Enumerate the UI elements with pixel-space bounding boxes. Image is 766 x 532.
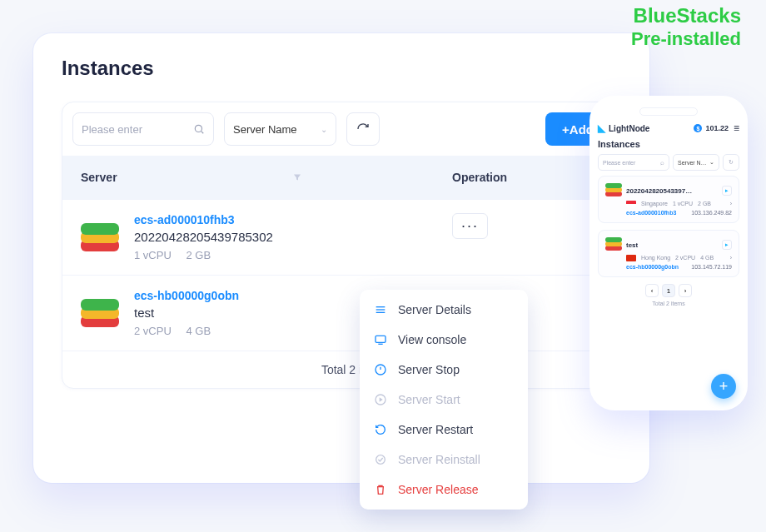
phone-notch (639, 107, 698, 116)
menu-item-label: View console (398, 333, 466, 346)
phone-card-ip: 103.145.72.119 (691, 264, 732, 270)
phone-search-input[interactable]: Please enter ⌕ (598, 154, 669, 171)
dollar-icon: $ (694, 124, 702, 132)
phone-instance-card[interactable]: test ▸ Hong Kong 2 vCPU 4 GB › ecs-hb000… (598, 230, 739, 277)
phone-instance-card[interactable]: 2022042820543397… ▸ Singapore 1 vCPU 2 G… (598, 176, 739, 223)
svg-point-0 (195, 125, 201, 132)
menu-server-stop[interactable]: Server Stop (360, 355, 528, 385)
stop-icon (373, 362, 388, 377)
chevron-down-icon: ⌄ (321, 125, 327, 134)
phone-search-placeholder: Please enter (603, 160, 635, 166)
details-icon (373, 302, 388, 317)
phone-header: ◣ LightNode $ 101.22 ≡ (598, 122, 739, 134)
page-title: Instances (62, 57, 621, 80)
phone-select-label: Server N… (678, 160, 707, 166)
phone-card-cpu: 2 vCPU (675, 255, 695, 261)
th-operation: Operation (452, 171, 507, 184)
svg-line-1 (201, 132, 204, 134)
svg-marker-10 (380, 397, 383, 401)
spec-ram: 4 GB (186, 325, 211, 337)
brand-icon: ◣ (598, 122, 605, 134)
instances-card: Server Name ⌄ +Add Server Operation (62, 102, 621, 389)
phone-card-name: test (626, 241, 718, 249)
menu-server-restart[interactable]: Server Restart (360, 415, 528, 445)
svg-point-11 (376, 455, 385, 465)
desktop-panel: Instances Server Name ⌄ +Add Server (33, 33, 649, 483)
spec-cpu: 1 vCPU (134, 249, 172, 261)
console-icon (373, 332, 388, 347)
start-icon (373, 392, 388, 407)
menu-server-reinstall: Server Reinstall (360, 445, 528, 475)
chevron-down-icon: ⌄ (709, 159, 714, 166)
play-icon[interactable]: ▸ (722, 240, 732, 250)
filter-row: Server Name ⌄ +Add (62, 102, 620, 156)
menu-server-start: Server Start (360, 385, 528, 415)
bluestacks-icon (81, 294, 119, 332)
chevron-right-icon: › (730, 201, 732, 207)
search-icon (193, 123, 205, 135)
spec-cpu: 2 vCPU (134, 325, 172, 337)
restart-icon (373, 422, 388, 437)
promo-line1: BlueStacks (631, 4, 741, 28)
filter-select[interactable]: Server Name ⌄ (224, 112, 336, 146)
pager-next[interactable]: › (679, 284, 692, 297)
table-row: ecs-ad000010fhb3 20220428205439785302 1 … (62, 199, 620, 275)
search-icon: ⌕ (660, 159, 664, 167)
menu-server-details[interactable]: Server Details (360, 295, 528, 325)
phone-card-name: 2022042820543397… (626, 187, 718, 195)
flag-icon (626, 255, 636, 261)
bluestacks-icon (605, 237, 622, 252)
table-row: ecs-hb00000g0obn test 2 vCPU 4 GB (62, 275, 620, 351)
phone-card-region: Singapore (641, 201, 668, 207)
row-actions-menu: Server Details View console Server Stop … (360, 290, 528, 510)
release-icon (373, 482, 388, 497)
phone-refresh-button[interactable]: ↻ (723, 154, 739, 171)
menu-view-console[interactable]: View console (360, 325, 528, 355)
row-actions-button[interactable]: ··· (452, 213, 488, 239)
phone-card-ecs[interactable]: ecs-ad000010fhb3 (626, 210, 676, 216)
server-subtitle: test (134, 306, 239, 320)
filter-select-label: Server Name (233, 123, 297, 136)
flag-icon (626, 201, 636, 207)
menu-item-label: Server Start (398, 393, 460, 406)
brand-name: LightNode (609, 124, 649, 133)
phone-filter-row: Please enter ⌕ Server N… ⌄ ↻ (598, 154, 739, 171)
refresh-button[interactable] (346, 112, 380, 146)
menu-item-label: Server Details (398, 303, 471, 316)
th-server: Server (81, 171, 117, 184)
phone-card-ram: 4 GB (700, 255, 714, 261)
menu-server-release[interactable]: Server Release (360, 475, 528, 505)
phone-page-title: Instances (598, 139, 739, 149)
pager-prev[interactable]: ‹ (645, 284, 659, 297)
promo-line2: Pre-installed (631, 28, 741, 50)
server-link[interactable]: ecs-ad000010fhb3 (134, 213, 273, 226)
phone-card-ecs[interactable]: ecs-hb00000g0obn (626, 264, 679, 270)
phone-filter-select[interactable]: Server N… ⌄ (673, 154, 719, 171)
phone-add-button[interactable]: + (711, 374, 736, 399)
server-subtitle: 20220428205439785302 (134, 230, 273, 244)
phone-card-region: Hong Kong (641, 255, 670, 261)
server-spec: 2 vCPU 4 GB (134, 325, 239, 337)
total-text: Total 2 i (321, 363, 361, 376)
server-link[interactable]: ecs-hb00000g0obn (134, 289, 239, 302)
phone-mockup: ◣ LightNode $ 101.22 ≡ Instances Please … (589, 96, 748, 410)
table-header: Server Operation (62, 156, 620, 199)
phone-card-ram: 2 GB (698, 201, 711, 207)
search-input-wrap[interactable] (72, 112, 214, 146)
promo-corner: BlueStacks Pre-installed (631, 4, 741, 50)
menu-item-label: Server Restart (398, 423, 473, 436)
balance-value: 101.22 (705, 124, 729, 132)
reinstall-icon (373, 452, 388, 467)
server-spec: 1 vCPU 2 GB (134, 249, 273, 261)
play-icon[interactable]: ▸ (722, 186, 732, 196)
search-input[interactable] (82, 123, 173, 136)
balance[interactable]: $ 101.22 (694, 124, 729, 132)
menu-item-label: Server Release (398, 483, 479, 496)
menu-item-label: Server Stop (398, 363, 460, 376)
filter-icon[interactable] (292, 172, 302, 182)
menu-icon[interactable]: ≡ (734, 122, 739, 134)
phone-card-cpu: 1 vCPU (673, 201, 693, 207)
pager-page-1[interactable]: 1 (662, 284, 675, 297)
phone-total-text: Total 2 items (598, 301, 739, 306)
menu-item-label: Server Reinstall (398, 453, 480, 466)
